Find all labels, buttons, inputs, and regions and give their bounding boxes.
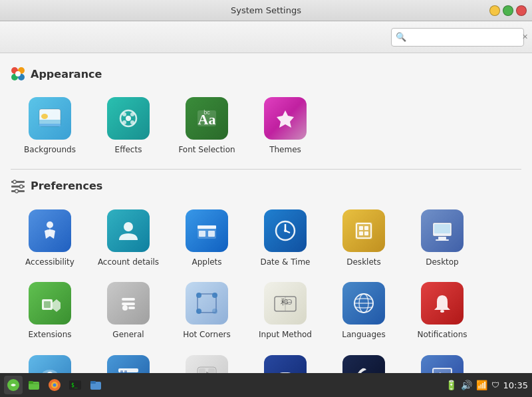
themes-item[interactable]: Themes: [246, 90, 325, 164]
desktop-label: Desktop: [426, 257, 459, 268]
startup-apps-icon: [421, 355, 464, 373]
taskbar-right: 🔋 🔊 📶 🛡 10:35: [446, 380, 528, 390]
svg-point-23: [20, 185, 23, 188]
general-label: General: [112, 330, 144, 340]
accessibility-item[interactable]: Accessibility: [11, 203, 89, 276]
appearance-grid: Backgrounds Effects Aa: [11, 90, 521, 164]
preferences-icon: [11, 179, 25, 194]
svg-point-4: [15, 71, 21, 76]
languages-icon: [342, 282, 385, 325]
applets-label: Applets: [192, 257, 221, 268]
toolbar: 🔍 ✕: [0, 21, 532, 53]
notifications-item[interactable]: Notifications: [403, 275, 481, 348]
preferences-section-header: Preferences: [11, 179, 521, 194]
svg-point-55: [212, 293, 217, 298]
svg-point-15: [126, 116, 131, 121]
svg-rect-97: [90, 381, 96, 384]
files-button[interactable]: [25, 376, 43, 394]
svg-point-11: [122, 112, 126, 116]
svg-rect-45: [436, 239, 449, 241]
account-details-label: Account details: [98, 257, 159, 268]
search-clear-button[interactable]: ✕: [521, 31, 529, 43]
minimize-button[interactable]: −: [489, 5, 500, 16]
svg-point-57: [212, 309, 217, 314]
startup-apps-item[interactable]: Startup Applications: [403, 348, 481, 373]
date-time-icon: [264, 209, 307, 252]
svg-rect-50: [122, 303, 135, 305]
svg-rect-44: [438, 237, 446, 239]
hot-corners-label: Hot Corners: [183, 330, 231, 340]
font-selection-label: Font Selection: [178, 145, 235, 156]
panel-icon: [107, 355, 150, 373]
account-details-item[interactable]: Account details: [89, 203, 168, 276]
privacy-item[interactable]: Privacy: [246, 348, 325, 373]
svg-text:Ə: Ə: [287, 298, 293, 306]
effects-item[interactable]: Effects: [89, 90, 168, 164]
date-time-item[interactable]: Date & Time: [246, 203, 325, 276]
screensaver-item[interactable]: Screensaver: [325, 348, 403, 373]
tray-battery-icon: 🔋: [446, 380, 457, 390]
notifications-icon: [421, 282, 464, 325]
online-accounts-item[interactable]: Online Accounts: [11, 348, 89, 373]
svg-rect-81: [433, 368, 452, 373]
close-button[interactable]: ×: [516, 5, 527, 16]
desktop-icon: [421, 209, 464, 252]
languages-item[interactable]: Languages: [325, 275, 403, 348]
input-method-item[interactable]: 和 Ə Input Method: [246, 275, 325, 348]
backgrounds-item[interactable]: Backgrounds: [11, 90, 89, 164]
search-input[interactable]: [409, 32, 521, 42]
svg-rect-75: [208, 368, 215, 373]
svg-point-13: [130, 120, 134, 124]
applets-item[interactable]: Applets: [168, 203, 246, 276]
extensions-item[interactable]: Extensions: [11, 275, 89, 348]
section-divider: [11, 169, 521, 170]
tray-shield-icon: 🛡: [491, 380, 499, 390]
backgrounds-icon: [29, 97, 71, 140]
desklets-item[interactable]: Desklets: [325, 203, 403, 276]
svg-rect-49: [122, 298, 135, 301]
desktop-item[interactable]: Desktop: [403, 203, 481, 276]
tray-volume-icon: 🔊: [461, 380, 472, 390]
general-icon: [107, 282, 150, 325]
svg-point-56: [196, 309, 201, 314]
date-time-label: Date & Time: [260, 257, 310, 268]
svg-rect-29: [198, 225, 216, 229]
svg-point-25: [47, 221, 53, 228]
backgrounds-label: Backgrounds: [24, 145, 76, 156]
preferences-title: Preferences: [31, 180, 102, 192]
general-item[interactable]: General: [89, 275, 168, 348]
extensions-label: Extensions: [28, 330, 71, 340]
applets-icon: [186, 209, 228, 252]
online-accounts-icon: [29, 355, 71, 373]
font-selection-item[interactable]: Aa bc Font Selection: [168, 90, 246, 164]
svg-rect-8: [39, 124, 61, 126]
search-box: 🔍 ✕: [391, 28, 524, 47]
svg-point-9: [41, 114, 48, 119]
preferred-apps-item[interactable]: ♪ Preferred Applications: [168, 348, 246, 373]
svg-rect-36: [355, 222, 372, 239]
search-icon: 🔍: [396, 32, 406, 42]
svg-text:$_: $_: [71, 382, 78, 388]
restore-button[interactable]: ⬡: [503, 5, 513, 16]
svg-rect-30: [199, 231, 205, 237]
themes-icon: [264, 97, 307, 140]
hot-corners-icon: [186, 282, 228, 325]
accessibility-icon: [29, 209, 71, 252]
svg-rect-38: [359, 226, 363, 230]
input-method-icon: 和 Ə: [264, 282, 307, 325]
hot-corners-item[interactable]: Hot Corners: [168, 275, 246, 348]
languages-label: Languages: [342, 330, 385, 340]
svg-rect-31: [208, 231, 215, 237]
effects-icon: [107, 97, 150, 140]
desklets-icon: [342, 209, 385, 252]
panel-item[interactable]: Panel: [89, 348, 168, 373]
taskbar-left: $_: [4, 376, 105, 394]
file-manager-button[interactable]: [86, 376, 105, 394]
svg-point-54: [196, 293, 201, 298]
titlebar: System Settings − ⬡ ×: [0, 0, 532, 21]
browser-button[interactable]: [45, 376, 64, 394]
svg-rect-40: [359, 231, 363, 235]
mint-menu-button[interactable]: [4, 376, 23, 394]
desklets-label: Desklets: [346, 257, 381, 268]
terminal-button[interactable]: $_: [66, 376, 84, 394]
